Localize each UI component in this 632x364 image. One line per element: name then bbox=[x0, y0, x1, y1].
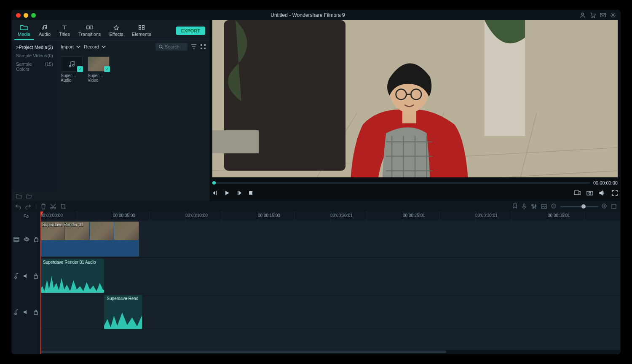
svg-rect-45 bbox=[541, 204, 546, 209]
filter-icon[interactable] bbox=[191, 44, 197, 50]
link-icon[interactable] bbox=[23, 213, 29, 219]
lock-icon[interactable] bbox=[33, 309, 38, 315]
music-note-icon[interactable] bbox=[14, 309, 19, 315]
zoom-control bbox=[551, 203, 617, 209]
lock-icon[interactable] bbox=[33, 273, 38, 279]
export-button[interactable]: EXPORT bbox=[176, 27, 205, 35]
step-back-button[interactable] bbox=[212, 190, 218, 196]
zoom-in-icon[interactable] bbox=[602, 203, 608, 209]
delete-icon[interactable] bbox=[41, 203, 46, 209]
new-folder-icon[interactable] bbox=[16, 193, 22, 199]
zoom-slider-knob[interactable] bbox=[581, 204, 586, 209]
snapshot-icon[interactable] bbox=[586, 190, 593, 196]
cut-icon[interactable] bbox=[50, 203, 56, 209]
scrollbar-thumb[interactable] bbox=[40, 351, 446, 353]
audio-clip[interactable]: Superdave Render 01 Audio bbox=[40, 259, 104, 293]
search-input[interactable] bbox=[164, 44, 185, 50]
speaker-icon[interactable] bbox=[23, 273, 29, 278]
audio-mixer-icon[interactable] bbox=[531, 203, 537, 209]
timeline-playhead[interactable] bbox=[40, 211, 41, 354]
svg-point-50 bbox=[26, 238, 27, 240]
audio-track-1-header bbox=[12, 258, 40, 294]
fullscreen-icon[interactable] bbox=[612, 190, 618, 196]
lock-icon[interactable] bbox=[34, 236, 39, 242]
play-button[interactable] bbox=[224, 190, 230, 196]
audio-track-2[interactable]: Superdave Rend bbox=[40, 294, 620, 330]
preview-progress-track[interactable] bbox=[212, 182, 590, 184]
import-dropdown[interactable]: Import bbox=[61, 44, 80, 49]
import-label: Import bbox=[61, 44, 74, 49]
record-dropdown[interactable]: Record bbox=[84, 44, 105, 49]
photo-icon[interactable] bbox=[541, 204, 547, 209]
sidebar-item-count: (2) bbox=[48, 45, 53, 50]
track-gutter bbox=[12, 211, 40, 354]
volume-icon[interactable] bbox=[599, 190, 606, 196]
check-badge-icon: ✓ bbox=[77, 66, 83, 72]
user-icon[interactable] bbox=[580, 12, 586, 18]
undo-icon[interactable] bbox=[15, 203, 21, 209]
tab-label: Media bbox=[18, 32, 30, 37]
settings-icon[interactable] bbox=[610, 12, 616, 18]
tab-effects[interactable]: Effects bbox=[106, 23, 126, 40]
media-item-video[interactable]: ✓ Super…Video bbox=[88, 56, 110, 83]
tab-elements[interactable]: Elements bbox=[129, 23, 155, 40]
eye-icon[interactable] bbox=[24, 237, 29, 241]
step-forward-button[interactable] bbox=[236, 190, 242, 196]
minimize-window-button[interactable] bbox=[24, 13, 28, 18]
sidebar-item-project-media[interactable]: >Project Media (2) bbox=[14, 43, 55, 51]
svg-rect-8 bbox=[90, 26, 93, 29]
filmstrip-icon[interactable] bbox=[13, 237, 19, 242]
video-clip[interactable]: Superdave Render 01 bbox=[40, 222, 139, 257]
media-panel: Media Audio Titles Transitions Effects bbox=[12, 20, 210, 201]
svg-rect-41 bbox=[523, 204, 525, 207]
preview-playhead[interactable] bbox=[212, 181, 216, 185]
sidebar-item-sample-videos[interactable]: Sample Videos (0) bbox=[14, 51, 55, 60]
preview-scrubber[interactable]: 00:00:00:00 bbox=[212, 179, 618, 187]
svg-point-52 bbox=[15, 277, 16, 278]
svg-point-1 bbox=[592, 17, 592, 18]
tab-label: Audio bbox=[39, 32, 51, 37]
record-screen-icon[interactable] bbox=[574, 190, 581, 196]
effects-icon bbox=[112, 24, 120, 30]
clip-label: Superdave Rend bbox=[107, 296, 138, 301]
close-window-button[interactable] bbox=[16, 13, 21, 18]
audio-track-1[interactable]: Superdave Render 01 Audio bbox=[40, 258, 620, 294]
preview-viewport[interactable] bbox=[212, 20, 618, 177]
sidebar-item-label: Sample Colors bbox=[16, 62, 45, 72]
sidebar-item-count: (0) bbox=[48, 53, 53, 58]
stop-button[interactable] bbox=[248, 190, 254, 196]
media-item-audio[interactable]: ✓ Super…Audio bbox=[61, 56, 83, 83]
music-note-icon[interactable] bbox=[14, 273, 19, 279]
time-ruler[interactable]: 00:00:00:00 00:00:05:00 00:00:10:00 00:0… bbox=[40, 211, 620, 221]
cart-icon[interactable] bbox=[590, 12, 596, 18]
tab-titles[interactable]: Titles bbox=[56, 23, 73, 40]
tracks-area[interactable]: 00:00:00:00 00:00:05:00 00:00:10:00 00:0… bbox=[40, 211, 620, 354]
svg-point-42 bbox=[532, 205, 533, 206]
media-sidebar: >Project Media (2) Sample Videos (0) Sam… bbox=[12, 40, 57, 192]
top-area: Media Audio Titles Transitions Effects bbox=[12, 20, 620, 201]
tab-audio[interactable]: Audio bbox=[35, 23, 54, 40]
open-folder-icon[interactable] bbox=[26, 193, 32, 199]
zoom-slider[interactable] bbox=[560, 206, 598, 207]
chevron-down-icon bbox=[76, 45, 80, 49]
audio-clip[interactable]: Superdave Rend bbox=[104, 295, 142, 329]
mail-icon[interactable] bbox=[600, 12, 606, 18]
zoom-out-icon[interactable] bbox=[551, 203, 557, 209]
tab-media[interactable]: Media bbox=[14, 23, 34, 40]
grid-icon[interactable] bbox=[200, 44, 206, 50]
redo-icon[interactable] bbox=[25, 203, 31, 209]
zoom-fit-icon[interactable] bbox=[611, 203, 617, 209]
timeline-h-scrollbar[interactable] bbox=[40, 350, 620, 354]
mic-icon[interactable] bbox=[522, 203, 527, 209]
sidebar-item-sample-colors[interactable]: Sample Colors (15) bbox=[14, 60, 55, 73]
speaker-icon[interactable] bbox=[23, 310, 29, 315]
maximize-window-button[interactable] bbox=[31, 13, 36, 18]
search-box[interactable] bbox=[155, 43, 187, 51]
marker-icon[interactable] bbox=[512, 203, 517, 209]
crop-icon[interactable] bbox=[60, 203, 66, 209]
audio-icon bbox=[41, 24, 48, 30]
video-track[interactable]: Superdave Render 01 bbox=[40, 221, 620, 258]
tab-transitions[interactable]: Transitions bbox=[75, 23, 104, 40]
tab-label: Elements bbox=[132, 32, 151, 37]
svg-rect-7 bbox=[86, 26, 89, 29]
